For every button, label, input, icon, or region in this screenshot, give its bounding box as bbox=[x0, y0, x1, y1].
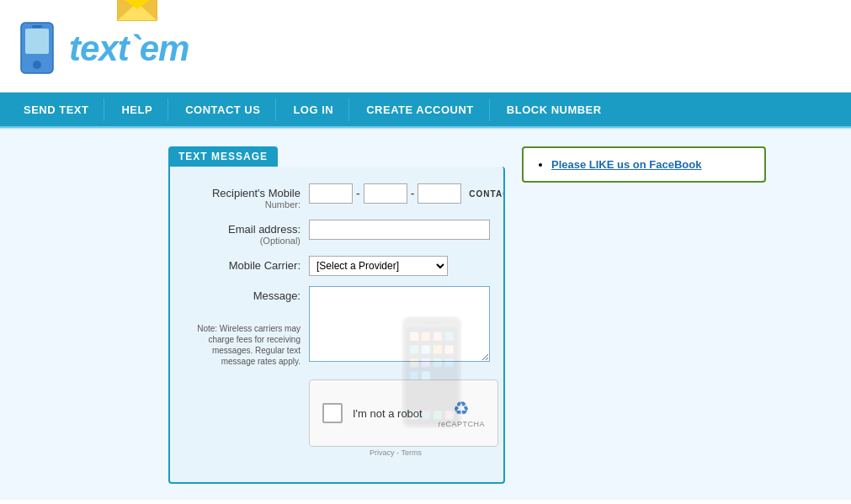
email-input[interactable] bbox=[309, 220, 490, 240]
svg-rect-3 bbox=[32, 25, 42, 28]
nav-create-account[interactable]: CREATE ACCOUNT bbox=[351, 98, 490, 121]
phone-controls: - - CONTACTS bbox=[309, 183, 505, 204]
svg-rect-1 bbox=[25, 29, 49, 54]
phone-icon bbox=[17, 19, 59, 77]
recaptcha-links: Privacy - Terms bbox=[309, 448, 482, 457]
nav-contact-us[interactable]: CONTACT US bbox=[170, 98, 276, 121]
nav-send-text[interactable]: SEND TEXT bbox=[8, 98, 104, 121]
message-row: Message: Note: Wireless carriers may cha… bbox=[191, 286, 482, 367]
message-label: Message: bbox=[191, 289, 301, 302]
nav-log-in[interactable]: LOG IN bbox=[278, 98, 349, 121]
right-sidebar: Please LIKE us on FaceBook bbox=[522, 146, 766, 491]
navbar: SEND TEXT HELP CONTACT US LOG IN CREATE … bbox=[0, 93, 851, 126]
message-label-area: Message: Note: Wireless carriers may cha… bbox=[191, 286, 301, 367]
svg-point-2 bbox=[33, 61, 41, 69]
social-box: Please LIKE us on FaceBook bbox=[522, 146, 766, 183]
email-row: Email address: (Optional) bbox=[191, 220, 482, 246]
facebook-item: Please LIKE us on FaceBook bbox=[551, 158, 752, 171]
message-textarea[interactable] bbox=[309, 286, 490, 362]
message-note: Note: Wireless carriers may charge fees … bbox=[191, 323, 301, 367]
carrier-label: Mobile Carrier: bbox=[191, 256, 301, 272]
facebook-link[interactable]: Please LIKE us on FaceBook bbox=[551, 158, 701, 171]
recipient-row: Recipient's Mobile Number: - - CONTACTS bbox=[191, 183, 482, 210]
recaptcha-brand: reCAPTCHA bbox=[438, 420, 485, 428]
recipient-label: Recipient's Mobile Number: bbox=[191, 183, 301, 210]
left-sidebar bbox=[8, 146, 152, 491]
header: text`em bbox=[0, 0, 851, 93]
recaptcha-box: I'm not a robot ♻ reCAPTCHA bbox=[309, 379, 498, 447]
recaptcha-label: I'm not a robot bbox=[353, 407, 423, 420]
carrier-select[interactable]: [Select a Provider] AT&T Verizon T-Mobil… bbox=[309, 256, 448, 276]
logo-area: text`em bbox=[17, 19, 189, 77]
main-content: TEXT MESSAGE 📱 Recipient's Mobile Number… bbox=[0, 130, 851, 500]
social-list: Please LIKE us on FaceBook bbox=[536, 158, 752, 171]
logo-text: text`em bbox=[69, 29, 189, 69]
envelope-icon bbox=[117, 0, 157, 25]
carrier-controls: [Select a Provider] AT&T Verizon T-Mobil… bbox=[309, 256, 482, 276]
panel-tab: TEXT MESSAGE bbox=[168, 146, 278, 167]
recaptcha-terms-link[interactable]: Terms bbox=[401, 448, 422, 457]
carrier-row: Mobile Carrier: [Select a Provider] AT&T… bbox=[191, 256, 482, 276]
phone-prefix[interactable] bbox=[364, 183, 407, 204]
recaptcha-checkbox[interactable] bbox=[322, 403, 343, 423]
nav-help[interactable]: HELP bbox=[106, 98, 168, 121]
email-label: Email address: (Optional) bbox=[191, 220, 301, 246]
nav-block-number[interactable]: BLOCK NUMBER bbox=[492, 98, 617, 121]
phone-line[interactable] bbox=[418, 183, 461, 204]
recaptcha-logo: ♻ reCAPTCHA bbox=[438, 398, 485, 428]
phone-area-code[interactable] bbox=[309, 183, 353, 204]
message-controls bbox=[309, 286, 490, 362]
recaptcha-privacy-link[interactable]: Privacy bbox=[370, 448, 395, 457]
recaptcha-icon: ♻ bbox=[453, 398, 470, 420]
form-panel: 📱 Recipient's Mobile Number: - - CONTACT… bbox=[168, 167, 505, 484]
contacts-button[interactable]: CONTACTS bbox=[469, 189, 505, 199]
center-panel: TEXT MESSAGE 📱 Recipient's Mobile Number… bbox=[168, 146, 505, 491]
email-controls bbox=[309, 220, 490, 240]
